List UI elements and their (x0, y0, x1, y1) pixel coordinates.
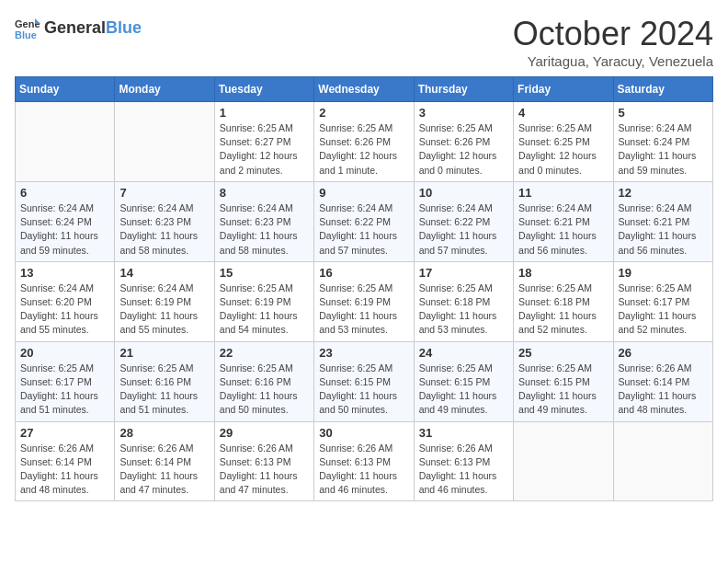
day-number: 20 (20, 346, 109, 360)
day-number: 28 (119, 426, 209, 440)
day-info: Sunrise: 6:26 AMSunset: 6:13 PMDaylight:… (419, 442, 508, 498)
logo-blue-text: Blue (106, 19, 142, 36)
day-info: Sunrise: 6:26 AMSunset: 6:13 PMDaylight:… (319, 442, 408, 498)
day-number: 31 (419, 426, 508, 440)
logo-general-text: General (44, 19, 106, 36)
logo-icon: General Blue (15, 15, 40, 40)
calendar-cell: 27Sunrise: 6:26 AMSunset: 6:14 PMDayligh… (16, 421, 115, 501)
calendar-cell: 17Sunrise: 6:25 AMSunset: 6:18 PMDayligh… (414, 261, 513, 341)
day-info: Sunrise: 6:25 AMSunset: 6:26 PMDaylight:… (419, 121, 508, 178)
day-info: Sunrise: 6:25 AMSunset: 6:18 PMDaylight:… (518, 282, 608, 338)
day-number: 15 (220, 266, 309, 280)
day-info: Sunrise: 6:24 AMSunset: 6:24 PMDaylight:… (20, 201, 109, 258)
location-subtitle: Yaritagua, Yaracuy, Venezuela (513, 53, 713, 69)
calendar-week-row: 6Sunrise: 6:24 AMSunset: 6:24 PMDaylight… (16, 181, 713, 261)
day-number: 11 (518, 186, 608, 200)
day-number: 7 (119, 186, 209, 200)
day-info: Sunrise: 6:24 AMSunset: 6:22 PMDaylight:… (319, 201, 408, 258)
day-number: 23 (319, 346, 408, 360)
day-number: 10 (419, 186, 508, 200)
day-number: 13 (20, 266, 109, 280)
calendar-header: SundayMondayTuesdayWednesdayThursdayFrid… (16, 77, 713, 102)
day-info: Sunrise: 6:24 AMSunset: 6:22 PMDaylight:… (419, 201, 508, 258)
day-info: Sunrise: 6:25 AMSunset: 6:19 PMDaylight:… (220, 282, 309, 338)
calendar-cell: 22Sunrise: 6:25 AMSunset: 6:16 PMDayligh… (214, 341, 313, 421)
calendar-cell (613, 421, 712, 501)
calendar-cell: 7Sunrise: 6:24 AMSunset: 6:23 PMDaylight… (115, 181, 214, 261)
day-number: 2 (319, 106, 408, 120)
calendar-cell: 28Sunrise: 6:26 AMSunset: 6:14 PMDayligh… (115, 421, 214, 501)
calendar-week-row: 13Sunrise: 6:24 AMSunset: 6:20 PMDayligh… (16, 261, 713, 341)
calendar-cell: 4Sunrise: 6:25 AMSunset: 6:25 PMDaylight… (514, 102, 613, 182)
calendar-week-row: 27Sunrise: 6:26 AMSunset: 6:14 PMDayligh… (16, 421, 713, 501)
day-info: Sunrise: 6:24 AMSunset: 6:19 PMDaylight:… (119, 282, 209, 338)
calendar-cell: 25Sunrise: 6:25 AMSunset: 6:15 PMDayligh… (514, 341, 613, 421)
weekday-header-saturday: Saturday (613, 77, 712, 102)
day-number: 5 (619, 106, 708, 120)
day-info: Sunrise: 6:24 AMSunset: 6:23 PMDaylight:… (220, 201, 309, 258)
day-number: 9 (319, 186, 408, 200)
day-info: Sunrise: 6:26 AMSunset: 6:14 PMDaylight:… (619, 362, 708, 418)
day-info: Sunrise: 6:25 AMSunset: 6:17 PMDaylight:… (619, 282, 708, 338)
calendar-cell: 8Sunrise: 6:24 AMSunset: 6:23 PMDaylight… (214, 181, 313, 261)
calendar-cell: 15Sunrise: 6:25 AMSunset: 6:19 PMDayligh… (214, 261, 313, 341)
calendar-cell: 6Sunrise: 6:24 AMSunset: 6:24 PMDaylight… (16, 181, 115, 261)
calendar-cell: 13Sunrise: 6:24 AMSunset: 6:20 PMDayligh… (16, 261, 115, 341)
calendar-cell: 10Sunrise: 6:24 AMSunset: 6:22 PMDayligh… (414, 181, 513, 261)
calendar-cell: 18Sunrise: 6:25 AMSunset: 6:18 PMDayligh… (514, 261, 613, 341)
weekday-header-thursday: Thursday (414, 77, 513, 102)
calendar-cell: 21Sunrise: 6:25 AMSunset: 6:16 PMDayligh… (115, 341, 214, 421)
day-info: Sunrise: 6:26 AMSunset: 6:14 PMDaylight:… (119, 442, 209, 498)
day-number: 19 (619, 266, 708, 280)
calendar-cell: 3Sunrise: 6:25 AMSunset: 6:26 PMDaylight… (414, 102, 513, 182)
day-number: 8 (220, 186, 309, 200)
day-number: 26 (619, 346, 708, 360)
day-info: Sunrise: 6:25 AMSunset: 6:17 PMDaylight:… (20, 362, 109, 418)
day-info: Sunrise: 6:24 AMSunset: 6:21 PMDaylight:… (619, 201, 708, 258)
calendar-cell: 2Sunrise: 6:25 AMSunset: 6:26 PMDaylight… (314, 102, 414, 182)
calendar-cell: 5Sunrise: 6:24 AMSunset: 6:24 PMDaylight… (613, 102, 712, 182)
title-area: October 2024 Yaritagua, Yaracuy, Venezue… (513, 15, 713, 69)
day-info: Sunrise: 6:24 AMSunset: 6:20 PMDaylight:… (20, 282, 109, 338)
day-number: 29 (220, 426, 309, 440)
day-info: Sunrise: 6:26 AMSunset: 6:14 PMDaylight:… (20, 442, 109, 498)
day-number: 1 (220, 106, 309, 120)
day-info: Sunrise: 6:25 AMSunset: 6:16 PMDaylight:… (220, 362, 309, 418)
day-info: Sunrise: 6:25 AMSunset: 6:15 PMDaylight:… (419, 362, 508, 418)
calendar-cell: 16Sunrise: 6:25 AMSunset: 6:19 PMDayligh… (314, 261, 414, 341)
calendar-table: SundayMondayTuesdayWednesdayThursdayFrid… (15, 76, 713, 501)
calendar-body: 1Sunrise: 6:25 AMSunset: 6:27 PMDaylight… (16, 102, 713, 501)
calendar-cell: 30Sunrise: 6:26 AMSunset: 6:13 PMDayligh… (314, 421, 414, 501)
calendar-week-row: 1Sunrise: 6:25 AMSunset: 6:27 PMDaylight… (16, 102, 713, 182)
header: General Blue GeneralBlue October 2024 Ya… (15, 15, 713, 69)
calendar-cell: 31Sunrise: 6:26 AMSunset: 6:13 PMDayligh… (414, 421, 513, 501)
weekday-header-monday: Monday (115, 77, 214, 102)
month-title: October 2024 (513, 15, 713, 53)
weekday-header-wednesday: Wednesday (314, 77, 414, 102)
calendar-cell: 20Sunrise: 6:25 AMSunset: 6:17 PMDayligh… (16, 341, 115, 421)
day-number: 21 (119, 346, 209, 360)
day-number: 6 (20, 186, 109, 200)
calendar-cell: 1Sunrise: 6:25 AMSunset: 6:27 PMDaylight… (214, 102, 313, 182)
day-info: Sunrise: 6:25 AMSunset: 6:15 PMDaylight:… (518, 362, 608, 418)
day-number: 17 (419, 266, 508, 280)
weekday-header-sunday: Sunday (16, 77, 115, 102)
day-info: Sunrise: 6:26 AMSunset: 6:13 PMDaylight:… (220, 442, 309, 498)
calendar-cell: 9Sunrise: 6:24 AMSunset: 6:22 PMDaylight… (314, 181, 414, 261)
day-info: Sunrise: 6:25 AMSunset: 6:19 PMDaylight:… (319, 282, 408, 338)
calendar-cell: 26Sunrise: 6:26 AMSunset: 6:14 PMDayligh… (613, 341, 712, 421)
calendar-cell: 12Sunrise: 6:24 AMSunset: 6:21 PMDayligh… (613, 181, 712, 261)
day-info: Sunrise: 6:25 AMSunset: 6:15 PMDaylight:… (319, 362, 408, 418)
calendar-cell: 29Sunrise: 6:26 AMSunset: 6:13 PMDayligh… (214, 421, 313, 501)
calendar-cell: 11Sunrise: 6:24 AMSunset: 6:21 PMDayligh… (514, 181, 613, 261)
weekday-header-row: SundayMondayTuesdayWednesdayThursdayFrid… (16, 77, 713, 102)
day-info: Sunrise: 6:25 AMSunset: 6:18 PMDaylight:… (419, 282, 508, 338)
svg-text:Blue: Blue (15, 29, 37, 40)
day-number: 3 (419, 106, 508, 120)
day-number: 4 (518, 106, 608, 120)
day-info: Sunrise: 6:24 AMSunset: 6:21 PMDaylight:… (518, 201, 608, 258)
day-info: Sunrise: 6:24 AMSunset: 6:24 PMDaylight:… (619, 121, 708, 178)
day-info: Sunrise: 6:25 AMSunset: 6:26 PMDaylight:… (319, 121, 408, 178)
calendar-cell (16, 102, 115, 182)
day-info: Sunrise: 6:24 AMSunset: 6:23 PMDaylight:… (119, 201, 209, 258)
